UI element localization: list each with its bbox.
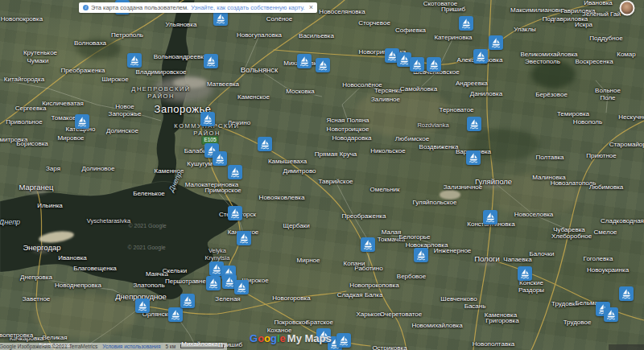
sailboat-icon [386,50,398,61]
sailing-marker[interactable] [410,57,424,72]
sailboat-icon [238,233,250,244]
sailing-marker[interactable] [127,53,142,68]
sailboat-icon [411,59,423,70]
sailboat-icon [129,55,140,66]
sailboat-icon [202,113,213,125]
sailboat-icon [468,152,479,163]
sailing-marker[interactable] [459,16,473,31]
sailing-marker[interactable] [466,150,481,165]
sailboat-icon [338,335,349,346]
sailing-marker[interactable] [204,54,218,68]
sailing-marker[interactable] [619,286,634,301]
google-logo: Google [250,332,286,344]
sailing-marker[interactable] [180,294,195,308]
imagery-credit: ©2021 Google Изображения ©2021 TerraMetr… [0,344,97,349]
attribution-bar: ©2021 Google Изображения ©2021 TerraMetr… [0,343,227,350]
sailboat-icon [519,268,530,279]
sailboat-icon [485,212,496,223]
sailboat-icon [170,309,181,320]
bottom-right-control [609,344,644,350]
sailboat-icon [182,295,193,307]
sailboat-icon [76,116,88,127]
sailing-marker[interactable] [228,165,242,179]
sailing-marker[interactable] [473,49,488,64]
sailing-marker[interactable] [467,117,481,131]
sailing-marker[interactable] [361,237,375,252]
close-icon[interactable]: × [309,4,313,11]
map-viewport[interactable]: НовопокровкаПетропольУльяновкаВолновахаК… [0,0,644,350]
sailing-marker[interactable] [228,206,242,220]
sailboat-icon [208,278,219,289]
sailing-marker[interactable] [297,54,312,68]
scale-bar [180,344,224,348]
my-maps-label: My Maps [287,332,332,344]
sailing-marker[interactable] [206,276,221,290]
sailboat-icon [469,118,480,130]
sailboat-icon [236,282,247,293]
sailing-marker[interactable] [518,266,532,281]
sailboat-icon [215,13,226,24]
sailing-marker[interactable] [75,114,89,129]
sailing-marker[interactable] [200,112,215,126]
sailing-marker[interactable] [604,307,618,322]
sailboat-icon [621,288,632,299]
sailboat-icon [490,37,502,48]
sailboat-icon [205,56,217,67]
sailing-marker[interactable] [427,57,441,72]
sailing-marker[interactable] [336,333,351,348]
sailing-marker[interactable] [258,137,272,151]
sailboat-icon [317,60,328,71]
scale-text: 5 км [165,344,175,349]
markers-layer [0,0,644,350]
sailboat-icon [229,167,241,178]
sailboat-icon [605,309,617,320]
photo-marker[interactable] [620,1,635,16]
notification-text: Эта карта создана пользователем. [91,4,188,11]
sailboat-icon [137,300,148,311]
sailboat-icon [415,249,427,261]
sailing-marker[interactable] [489,35,503,50]
sailboat-icon [259,138,270,150]
info-icon: i [83,5,89,10]
sailboat-icon [398,54,410,65]
sailboat-icon [211,263,222,274]
sailing-marker[interactable] [237,231,251,245]
sailboat-icon [460,18,472,29]
sailing-marker[interactable] [213,11,228,26]
sailboat-icon [214,153,225,164]
google-my-maps-watermark: GoogleMy Maps [250,332,332,344]
sailboat-icon [428,59,440,70]
sailing-marker[interactable] [168,307,183,322]
sailboat-icon [475,51,486,62]
sailing-marker[interactable] [316,58,330,72]
sailboat-icon [362,239,374,250]
sailboat-icon [229,208,241,219]
sailing-marker[interactable] [213,151,227,166]
sailing-marker[interactable] [414,248,428,262]
create-map-link[interactable]: Узнайте, как создать собственную карту. [191,4,304,11]
notification-bar: i Эта карта создана пользователем. Узнай… [79,2,317,13]
sailing-marker[interactable] [135,299,150,313]
sailing-marker[interactable] [483,210,497,224]
sailboat-icon [299,56,310,67]
sailing-marker[interactable] [234,280,249,294]
terms-link[interactable]: Условия использования [102,344,160,349]
sailboat-icon [224,276,235,287]
